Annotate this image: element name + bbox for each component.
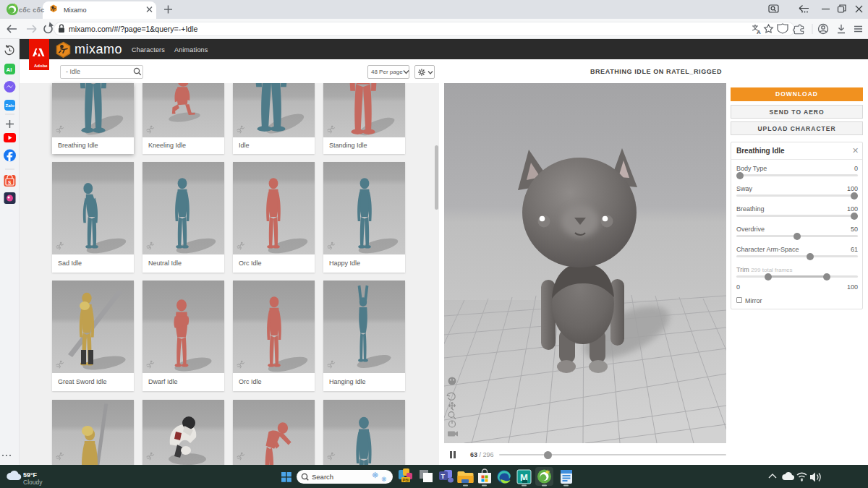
svg-text:59°F: 59°F xyxy=(23,471,38,479)
svg-text:cốc cốc: cốc cốc xyxy=(19,7,45,14)
svg-text:Search: Search xyxy=(312,473,333,481)
svg-text:mixamo.com/#/?page=1&query=-+I: mixamo.com/#/?page=1&query=-+Idle xyxy=(69,25,197,33)
svg-text:Adobe: Adobe xyxy=(34,64,48,68)
svg-text:❋: ❋ xyxy=(372,471,378,479)
svg-text:A: A xyxy=(757,29,761,35)
svg-text:❋: ❋ xyxy=(381,476,387,483)
svg-text:T: T xyxy=(441,473,446,480)
svg-text:PBI: PBI xyxy=(403,478,410,482)
svg-text:S: S xyxy=(8,180,12,185)
svg-text:Zalo: Zalo xyxy=(6,103,15,108)
svg-text:AI: AI xyxy=(7,67,12,73)
svg-text:Cloudy: Cloudy xyxy=(23,479,43,486)
